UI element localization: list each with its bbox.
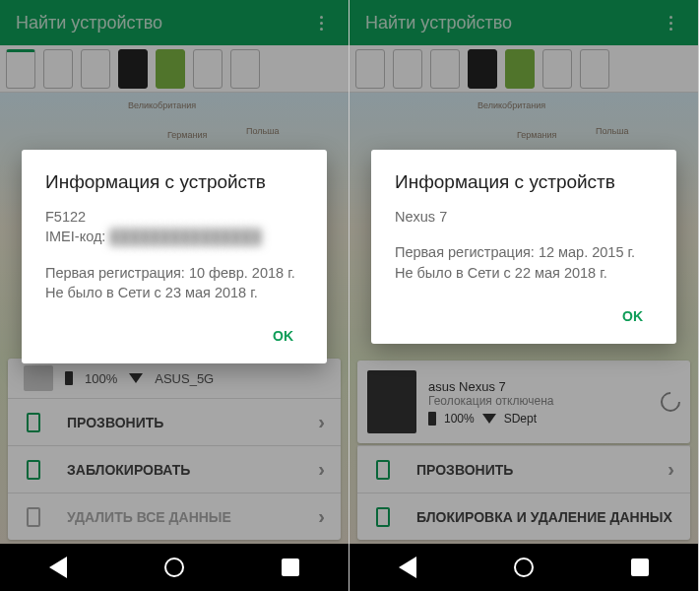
device-model: F5122: [45, 207, 303, 227]
ok-button[interactable]: OK: [612, 300, 653, 332]
dialog-title: Информация с устройств: [395, 171, 653, 193]
android-navbar: [0, 544, 349, 591]
device-info-dialog: Информация с устройств Nexus 7 Первая ре…: [371, 150, 676, 344]
nav-recent-icon[interactable]: [282, 558, 299, 576]
dialog-scrim[interactable]: Информация с устройств F5122 IMEI-код: █…: [0, 0, 349, 591]
nav-home-icon[interactable]: [164, 558, 184, 577]
dialog-scrim[interactable]: Информация с устройств Nexus 7 Первая ре…: [350, 0, 698, 591]
nav-back-icon[interactable]: [399, 557, 416, 578]
device-info-dialog: Информация с устройств F5122 IMEI-код: █…: [22, 150, 327, 363]
screen-right: Найти устройство Великобритания Германия…: [350, 0, 699, 591]
nav-recent-icon[interactable]: [631, 558, 649, 576]
first-registration: Первая регистрация: 12 мар. 2015 г.: [395, 242, 653, 262]
first-registration: Первая регистрация: 10 февр. 2018 г.: [45, 263, 303, 283]
imei-row: IMEI-код: ███████████████: [45, 227, 303, 246]
screen-left: Найти устройство Великобритания Германия…: [0, 0, 350, 591]
device-model: Nexus 7: [395, 207, 653, 227]
imei-value: ███████████████: [109, 229, 261, 244]
last-seen: Не было в Сети с 23 мая 2018 г.: [45, 283, 303, 302]
last-seen: Не было в Сети с 22 мая 2018 г.: [395, 263, 653, 283]
nav-home-icon[interactable]: [514, 558, 534, 577]
nav-back-icon[interactable]: [49, 557, 67, 578]
ok-button[interactable]: OK: [263, 320, 303, 352]
android-navbar: [350, 544, 698, 591]
dialog-title: Информация с устройств: [45, 171, 303, 193]
